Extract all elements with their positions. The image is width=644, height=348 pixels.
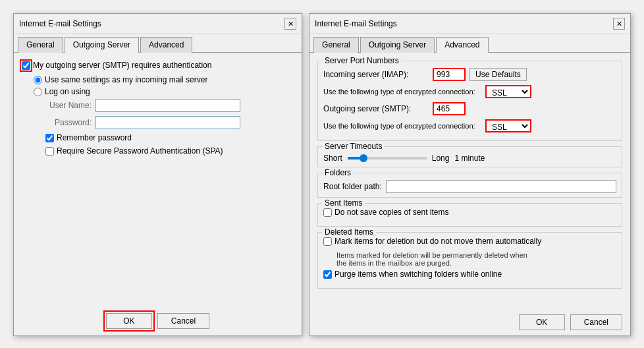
mark-deletion-checkbox[interactable] [323,237,332,246]
password-input[interactable] [95,116,240,129]
tab-outgoing-server-right[interactable]: Outgoing Server [360,37,435,53]
right-dialog-content: Server Port Numbers Incoming server (IMA… [309,53,630,309]
slider-thumb [360,154,367,162]
root-folder-label: Root folder path: [323,182,382,191]
do-not-save-label: Do not save copies of sent items [335,208,448,217]
spa-checkbox[interactable] [45,147,54,156]
purge-row: Purge items when switching folders while… [323,270,616,279]
right-dialog: Internet E-mail Settings ✕ General Outgo… [309,13,631,336]
mark-deletion-row: Mark items for deletion but do not move … [323,237,616,246]
sent-items-legend: Sent Items [322,198,365,208]
time-value: 1 minute [454,154,485,163]
incoming-label: Incoming server (IMAP): [323,70,429,79]
username-input[interactable] [95,99,240,112]
do-not-save-checkbox[interactable] [323,208,332,217]
smtp-auth-checkbox[interactable] [22,61,30,70]
folders-section: Folders Root folder path: [317,173,622,198]
smtp-auth-row: My outgoing server (SMTP) requires authe… [22,61,294,70]
sent-items-section: Sent Items Do not save copies of sent it… [317,203,622,227]
outgoing-port-input[interactable] [433,102,466,115]
use-defaults-button[interactable]: Use Defaults [470,68,527,81]
deleted-items-section: Deleted Items Mark items for deletion bu… [317,232,622,289]
remember-label: Remember password [57,133,132,142]
slider-fill [348,157,361,160]
logon-row: Log on using [34,87,294,96]
right-bottom-buttons: OK Cancel [309,309,630,335]
purge-checkbox[interactable] [323,270,332,279]
incoming-encryption-row: Use the following type of encrypted conn… [323,85,616,98]
remember-checkbox[interactable] [45,134,54,142]
incoming-encryption-label: Use the following type of encrypted conn… [323,88,481,96]
username-row: User Name: [45,99,294,112]
left-dialog-content: My outgoing server (SMTP) requires authe… [14,53,302,306]
password-label: Password: [45,118,92,127]
timeout-slider-track[interactable] [348,157,427,160]
logon-label: Log on using [45,87,90,96]
outgoing-encryption-label: Use the following type of encrypted conn… [323,122,481,130]
server-ports-content: Incoming server (IMAP): Use Defaults Use… [323,68,616,132]
left-tabs: General Outgoing Server Advanced [14,34,302,53]
right-title-bar: Internet E-mail Settings ✕ [309,14,630,34]
tab-general-left[interactable]: General [18,37,63,53]
incoming-encryption-select[interactable]: SSL TLS None [485,85,531,98]
outgoing-encryption-select[interactable]: SSL TLS None [485,119,531,132]
left-close-button[interactable]: ✕ [284,18,296,30]
server-ports-legend: Server Port Numbers [322,56,402,65]
root-folder-input[interactable] [386,180,616,193]
folders-legend: Folders [322,168,354,177]
smtp-auth-label: My outgoing server (SMTP) requires authe… [33,61,211,70]
purge-label: Purge items when switching folders while… [335,270,502,279]
logon-radio[interactable] [34,88,42,96]
left-bottom-buttons: OK Cancel [14,306,302,335]
spa-row: Require Secure Password Authentication (… [45,146,294,156]
tab-advanced-right[interactable]: Advanced [436,37,488,53]
root-folder-row: Root folder path: [323,180,616,193]
right-cancel-button[interactable]: Cancel [570,314,622,330]
outgoing-label: Outgoing server (SMTP): [323,104,429,113]
right-ok-button[interactable]: OK [519,314,565,330]
use-same-row: Use same settings as my incoming mail se… [34,75,294,84]
password-row: Password: [45,116,294,129]
mark-deletion-label: Mark items for deletion but do not move … [335,237,541,246]
username-label: User Name: [45,101,92,110]
long-label: Long [432,154,450,163]
left-cancel-button[interactable]: Cancel [157,313,209,329]
left-ok-button[interactable]: OK [106,313,152,329]
tab-general-right[interactable]: General [313,37,359,53]
tab-outgoing-server-left[interactable]: Outgoing Server [65,37,139,53]
server-ports-section: Server Port Numbers Incoming server (IMA… [317,61,622,141]
server-timeouts-legend: Server Timeouts [322,142,385,151]
short-label: Short [323,154,342,163]
do-not-save-row: Do not save copies of sent items [323,208,616,217]
left-dialog-title: Internet E-mail Settings [19,19,101,28]
use-same-label: Use same settings as my incoming mail se… [45,75,207,84]
outgoing-encryption-row: Use the following type of encrypted conn… [323,119,616,132]
incoming-port-input[interactable] [433,68,466,81]
deleted-items-legend: Deleted Items [322,227,376,237]
right-close-button[interactable]: ✕ [613,18,625,30]
spa-label: Require Secure Password Authentication (… [57,146,223,156]
left-title-bar: Internet E-mail Settings ✕ [14,14,302,34]
right-tabs: General Outgoing Server Advanced [309,34,630,53]
timeout-slider-row: Short Long 1 minute [323,154,616,163]
incoming-port-row: Incoming server (IMAP): Use Defaults [323,68,616,81]
left-dialog: Internet E-mail Settings ✕ General Outgo… [13,13,302,336]
server-timeouts-section: Server Timeouts Short Long 1 minute [317,146,622,167]
use-same-radio[interactable] [34,76,42,84]
remember-row: Remember password [45,133,294,142]
tab-advanced-left[interactable]: Advanced [140,37,192,53]
right-dialog-title: Internet E-mail Settings [315,19,397,28]
outgoing-port-row: Outgoing server (SMTP): [323,102,616,115]
deletion-note: Items marked for deletion will be perman… [336,251,616,267]
